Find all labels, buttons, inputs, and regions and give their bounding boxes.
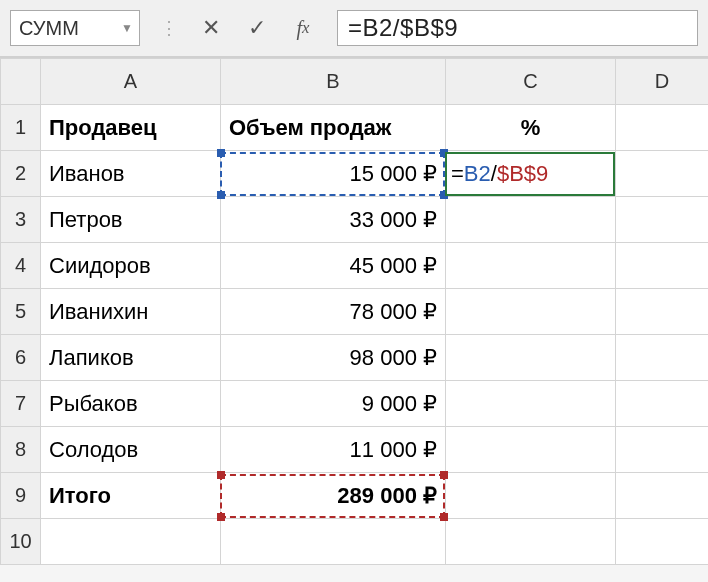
cell[interactable] [446, 197, 616, 243]
formula-bar-buttons: ⋮ ✕ ✓ fx [152, 14, 325, 42]
cell[interactable]: Петров [41, 197, 221, 243]
row-header[interactable]: 9 [1, 473, 41, 519]
row-header[interactable]: 1 [1, 105, 41, 151]
col-header-d[interactable]: D [616, 59, 709, 105]
cell[interactable] [616, 197, 709, 243]
row-header[interactable]: 4 [1, 243, 41, 289]
grip-icon: ⋮ [160, 17, 179, 39]
cell[interactable]: % [446, 105, 616, 151]
cell[interactable]: 78 000 ₽ [221, 289, 446, 335]
cell[interactable]: Лапиков [41, 335, 221, 381]
name-box[interactable]: СУММ ▼ [10, 10, 140, 46]
cell[interactable] [446, 243, 616, 289]
cell[interactable] [41, 519, 221, 565]
cell[interactable] [446, 289, 616, 335]
formula-ref1: B2 [464, 161, 491, 187]
select-all-corner[interactable] [1, 59, 41, 105]
cell[interactable] [221, 519, 446, 565]
col-header-b[interactable]: B [221, 59, 446, 105]
col-header-a[interactable]: A [41, 59, 221, 105]
cell[interactable] [616, 335, 709, 381]
row-header[interactable]: 2 [1, 151, 41, 197]
row-header[interactable]: 5 [1, 289, 41, 335]
cell[interactable]: 45 000 ₽ [221, 243, 446, 289]
col-header-c[interactable]: C [446, 59, 616, 105]
cell[interactable] [616, 473, 709, 519]
cell[interactable]: 33 000 ₽ [221, 197, 446, 243]
chevron-down-icon[interactable]: ▼ [121, 21, 133, 35]
cell[interactable] [616, 381, 709, 427]
enter-button[interactable]: ✓ [243, 14, 271, 42]
cell[interactable] [446, 427, 616, 473]
cell[interactable]: 289 000 ₽ [221, 473, 446, 519]
cell[interactable] [616, 427, 709, 473]
cell[interactable]: Иванихин [41, 289, 221, 335]
cell[interactable]: Рыбаков [41, 381, 221, 427]
row-header[interactable]: 8 [1, 427, 41, 473]
cell[interactable] [616, 519, 709, 565]
active-cell-editor[interactable]: =B2/$B$9 [445, 152, 615, 196]
cell[interactable] [616, 151, 709, 197]
fx-button[interactable]: fx [289, 14, 317, 42]
cell[interactable]: Продавец [41, 105, 221, 151]
cell[interactable] [616, 243, 709, 289]
cell[interactable]: Иванов [41, 151, 221, 197]
formula-input[interactable]: =B2/$B$9 [337, 10, 698, 46]
cell[interactable] [446, 473, 616, 519]
cell[interactable]: Итого [41, 473, 221, 519]
cell[interactable] [446, 519, 616, 565]
formula-ref2: $B$9 [497, 161, 548, 187]
cell[interactable]: Сиидоров [41, 243, 221, 289]
cell[interactable] [446, 381, 616, 427]
formula-text: =B2/$B$9 [348, 14, 458, 42]
row-header[interactable]: 7 [1, 381, 41, 427]
row-header[interactable]: 3 [1, 197, 41, 243]
formula-bar: СУММ ▼ ⋮ ✕ ✓ fx =B2/$B$9 [0, 0, 708, 58]
cell[interactable]: 11 000 ₽ [221, 427, 446, 473]
grid[interactable]: A B C D 1 Продавец Объем продаж % 2 Иван… [0, 58, 708, 565]
row-header[interactable]: 10 [1, 519, 41, 565]
name-box-value: СУММ [19, 17, 79, 40]
cell[interactable]: 15 000 ₽ [221, 151, 446, 197]
cell[interactable] [616, 105, 709, 151]
formula-eq: = [451, 161, 464, 187]
cell[interactable]: 98 000 ₽ [221, 335, 446, 381]
cell[interactable]: Солодов [41, 427, 221, 473]
cell[interactable] [616, 289, 709, 335]
row-header[interactable]: 6 [1, 335, 41, 381]
cell[interactable] [446, 335, 616, 381]
cell[interactable]: Объем продаж [221, 105, 446, 151]
spreadsheet: A B C D 1 Продавец Объем продаж % 2 Иван… [0, 58, 708, 565]
cancel-button[interactable]: ✕ [197, 14, 225, 42]
cell[interactable]: 9 000 ₽ [221, 381, 446, 427]
